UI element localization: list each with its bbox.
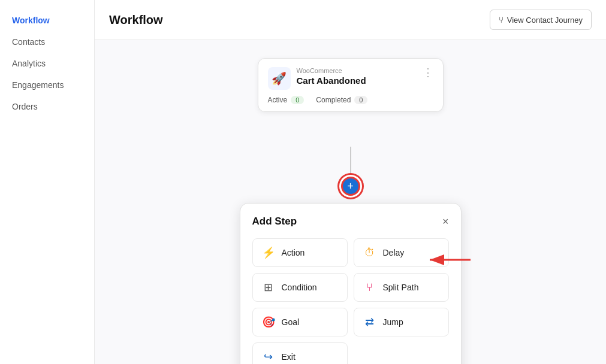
completed-stat: Completed 0	[316, 96, 367, 104]
delay-icon: ⏱	[363, 247, 377, 259]
trigger-menu-icon[interactable]: ⋮	[423, 67, 433, 78]
split-path-icon: ⑂	[363, 281, 377, 294]
page-header: Workflow ⑂ View Contact Journey	[95, 0, 606, 40]
action-label: Action	[282, 248, 305, 257]
journey-icon: ⑂	[499, 15, 504, 25]
delay-arrow-indicator	[424, 251, 472, 269]
page-title: Workflow	[109, 13, 163, 27]
action-icon: ⚡	[261, 246, 276, 259]
trigger-node[interactable]: 🚀 WooCommerce Cart Abandoned ⋮ Active 0 …	[258, 58, 444, 112]
trigger-icon: 🚀	[268, 67, 291, 90]
split-path-label: Split Path	[383, 283, 419, 292]
sidebar-item-analytics[interactable]: Analytics	[0, 53, 94, 74]
step-options-grid: ⚡ Action ⏱ Delay ⊞ Condition ⑂ Split Pat…	[252, 238, 449, 364]
workflow-canvas: 🚀 WooCommerce Cart Abandoned ⋮ Active 0 …	[95, 40, 606, 364]
jump-label: Jump	[383, 317, 403, 327]
sidebar-item-workflow[interactable]: Workflow	[0, 10, 94, 31]
sidebar-item-engagements[interactable]: Engagements	[0, 74, 94, 96]
step-option-goal[interactable]: 🎯 Goal	[252, 308, 348, 336]
jump-icon: ⇄	[363, 316, 377, 329]
completed-badge: 0	[354, 96, 367, 104]
step-option-jump[interactable]: ⇄ Jump	[354, 308, 449, 336]
main-area: Workflow ⑂ View Contact Journey 🚀 WooCom…	[95, 0, 606, 364]
condition-icon: ⊞	[261, 281, 276, 294]
active-badge: 0	[291, 96, 304, 104]
delay-label: Delay	[383, 248, 405, 257]
step-option-condition[interactable]: ⊞ Condition	[252, 273, 348, 302]
step-option-exit[interactable]: ↪ Exit	[252, 342, 348, 364]
step-option-action[interactable]: ⚡ Action	[252, 238, 348, 267]
condition-label: Condition	[282, 283, 317, 292]
exit-label: Exit	[282, 352, 296, 362]
modal-title: Add Step	[252, 216, 297, 228]
sidebar-item-contacts[interactable]: Contacts	[0, 31, 94, 53]
add-step-button[interactable]: +	[341, 177, 360, 196]
exit-icon: ↪	[261, 350, 276, 363]
view-contact-journey-button[interactable]: ⑂ View Contact Journey	[490, 10, 592, 30]
sidebar: Workflow Contacts Analytics Engagements …	[0, 0, 95, 364]
active-stat: Active 0	[268, 96, 304, 104]
trigger-subtitle: WooCommerce	[297, 67, 417, 74]
goal-icon: 🎯	[261, 316, 276, 329]
step-option-split-path[interactable]: ⑂ Split Path	[354, 273, 449, 302]
goal-label: Goal	[282, 317, 300, 327]
trigger-title: Cart Abandoned	[297, 75, 417, 86]
add-step-modal: Add Step × ⚡ Action ⏱ Delay ⊞ Condition	[240, 203, 462, 364]
modal-close-button[interactable]: ×	[442, 216, 449, 227]
sidebar-item-orders[interactable]: Orders	[0, 96, 94, 117]
